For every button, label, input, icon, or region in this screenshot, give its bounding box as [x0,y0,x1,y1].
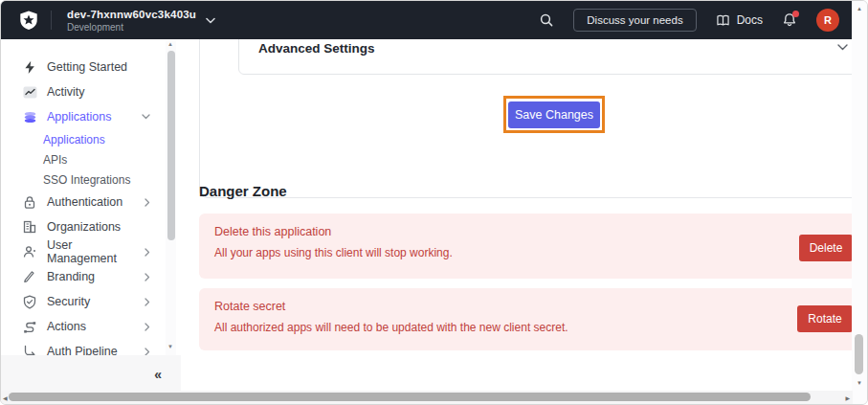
delete-button[interactable]: Delete [799,235,853,261]
delete-application-description: All your apps using this client will sto… [214,246,453,259]
sidebar-item-user-management[interactable]: User Management [1,239,181,264]
sidebar-item-security[interactable]: Security [1,289,181,314]
scroll-up-arrow[interactable]: ▲ [857,6,862,11]
sidebar-item-actions[interactable]: Actions [1,314,181,339]
sidebar-item-label: Security [47,295,90,308]
scroll-right-arrow[interactable]: ▶ [845,394,850,401]
rotate-secret-card: Rotate secret All authorized apps will n… [199,288,853,350]
vertical-scrollbar-thumb[interactable] [855,334,863,374]
paintbrush-icon [22,269,37,284]
chevron-down-icon [206,17,215,24]
horizontal-scrollbar-thumb[interactable] [9,393,811,401]
horizontal-scrollbar[interactable]: ◀ ▶ [1,391,853,404]
app-window: dev-7hxnnw60vc3k403u Development Discuss… [0,0,868,405]
scroll-left-arrow[interactable]: ◀ [3,394,8,401]
sidebar-item-label: Actions [47,320,86,333]
sidebar-item-applications[interactable]: Applications [1,104,181,129]
chevron-right-icon [145,273,150,281]
bolt-icon [22,59,37,75]
sidebar-item-label: SSO Integrations [43,173,130,187]
user-icon [22,244,37,259]
sidebar-item-label: APIs [43,153,67,167]
save-changes-button[interactable]: Save Changes [508,101,600,128]
advanced-settings-accordion[interactable]: Advanced Settings [238,39,853,75]
discuss-your-needs-button[interactable]: Discuss your needs [573,9,696,32]
shield-check-icon [22,294,37,309]
chevron-right-icon [145,248,150,257]
applications-stack-icon [22,109,37,124]
main-content: Advanced Settings Save Changes Danger Zo… [181,39,853,392]
chevron-down-icon [837,44,848,51]
settings-card: Advanced Settings Save Changes [199,39,853,198]
building-icon [22,219,37,235]
sidebar-item-branding[interactable]: Branding [1,264,181,289]
avatar[interactable]: R [816,9,839,32]
sidebar-scroll-down-arrow[interactable]: ▼ [167,344,173,349]
sidebar-item-label: Organizations [47,220,121,234]
sidebar-item-authentication[interactable]: Authentication [1,190,181,214]
sidebar-scroll-up-arrow[interactable]: ▲ [167,41,173,47]
chevron-down-icon [142,114,150,120]
sidebar-subitem-apis[interactable]: APIs [1,149,181,169]
sidebar-item-organizations[interactable]: Organizations [1,214,181,239]
annotation-highlight-box: Save Changes [503,96,605,133]
flow-icon [22,319,37,334]
sidebar-item-getting-started[interactable]: Getting Started [1,55,181,79]
docs-link[interactable]: Docs [716,13,763,27]
sidebar-item-label: Getting Started [47,60,127,74]
advanced-settings-label: Advanced Settings [258,41,375,56]
sidebar-subitem-applications[interactable]: Applications [1,129,181,149]
chevron-right-icon [145,298,150,306]
search-icon[interactable] [539,12,554,28]
auth0-logo-icon[interactable] [18,10,39,31]
rotate-secret-description: All authorized apps will need to be upda… [214,321,568,334]
sidebar-item-label: Authentication [47,195,122,209]
notifications-bell-icon[interactable] [782,12,797,29]
sidebar-item-label: Applications [47,110,111,124]
docs-label: Docs [737,13,763,27]
delete-application-title: Delete this application [214,225,331,238]
topbar-divider [51,11,52,30]
vertical-scrollbar[interactable]: ▲ ▼ [852,1,867,404]
activity-chart-icon [22,84,37,100]
sidebar-item-label: Branding [47,270,95,283]
lock-icon [22,194,37,210]
topbar: dev-7hxnnw60vc3k403u Development Discuss… [1,1,853,39]
rotate-button[interactable]: Rotate [797,305,853,332]
book-icon [716,14,730,27]
sidebar-item-label: Applications [43,133,105,146]
chevron-right-icon [145,198,150,207]
delete-application-card: Delete this application All your apps us… [199,214,853,279]
danger-zone-heading: Danger Zone [199,183,287,199]
sidebar-subitem-sso-integrations[interactable]: SSO Integrations [1,169,181,190]
scroll-down-arrow[interactable]: ▼ [857,380,862,386]
tenant-name: dev-7hxnnw60vc3k403u [67,9,196,20]
tenant-environment: Development [67,22,196,33]
tenant-switcher[interactable]: dev-7hxnnw60vc3k403u Development [67,9,215,33]
sidebar-collapse-button[interactable]: « [154,367,162,382]
sidebar: Getting Started Activity Applications Ap… [1,39,181,392]
sidebar-item-label: User Management [47,238,145,265]
sidebar-item-label: Activity [47,85,85,99]
rotate-secret-title: Rotate secret [214,300,285,313]
chevron-right-icon [145,323,150,331]
notification-dot [792,11,799,17]
sidebar-item-activity[interactable]: Activity [1,79,181,104]
sidebar-scrollbar-thumb[interactable] [167,51,175,240]
